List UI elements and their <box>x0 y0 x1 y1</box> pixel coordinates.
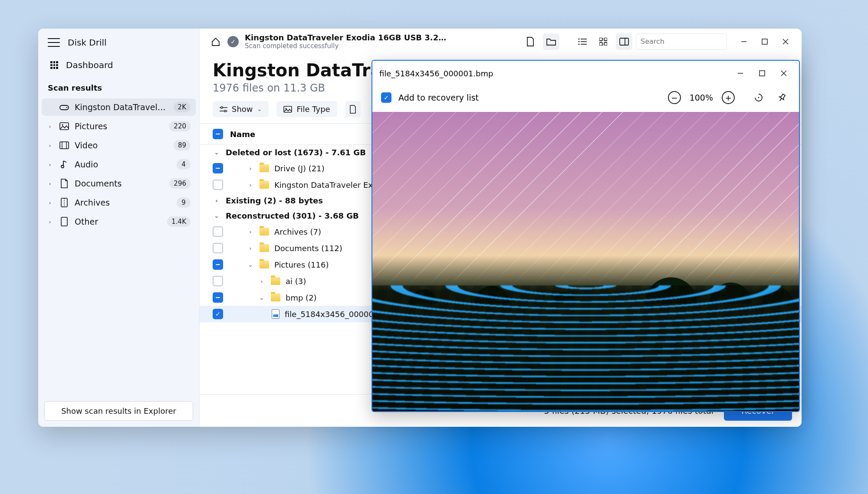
sidebar-item-documents[interactable]: › Documents 296 <box>42 175 196 192</box>
preview-image[interactable] <box>372 112 799 411</box>
zoom-level: 100% <box>690 93 713 102</box>
preview-close-button[interactable] <box>776 65 792 82</box>
chevron-down-icon[interactable]: ⌄ <box>213 149 220 156</box>
picture-icon <box>59 122 69 130</box>
sidebar-item-pictures[interactable]: › Pictures 220 <box>42 118 196 135</box>
video-icon <box>59 141 69 149</box>
search-box[interactable] <box>636 33 727 50</box>
row-label: Kingston DataTraveler Ex <box>274 180 373 190</box>
sidebar-item-video[interactable]: › Video 89 <box>42 137 196 154</box>
other-icon <box>59 217 69 226</box>
maximize-button[interactable] <box>756 33 773 50</box>
recover-single-button[interactable] <box>750 89 767 106</box>
chevron-right-icon[interactable]: › <box>247 229 254 235</box>
preview-maximize-button[interactable] <box>754 65 770 82</box>
row-checkbox[interactable] <box>213 292 223 303</box>
chevron-right-icon[interactable]: › <box>46 219 54 225</box>
menu-icon[interactable] <box>48 38 60 47</box>
sidebar-item-dashboard[interactable]: Dashboard <box>38 55 199 75</box>
files-view-button[interactable] <box>522 33 539 50</box>
folder-icon <box>271 277 280 285</box>
sidebar-item-label: Archives <box>75 198 171 207</box>
drive-icon <box>59 104 69 111</box>
minimize-button[interactable] <box>736 33 752 50</box>
home-button[interactable] <box>207 33 224 50</box>
row-label: Documents (112) <box>274 244 342 253</box>
svg-point-1 <box>66 107 68 108</box>
count-badge: 2K <box>174 102 191 112</box>
filter-show-button[interactable]: Show ⌄ <box>213 101 269 117</box>
svg-rect-19 <box>599 43 602 46</box>
row-checkbox[interactable] <box>213 276 223 286</box>
zoom-in-button[interactable]: + <box>722 91 735 104</box>
svg-point-39 <box>758 97 760 98</box>
chevron-right-icon[interactable]: › <box>46 161 54 168</box>
chevron-right-icon[interactable]: › <box>247 245 254 252</box>
show-in-explorer-button[interactable]: Show scan results in Explorer <box>44 401 193 421</box>
sidebar-item-drive[interactable]: Kingston DataTraveler Ex... 2K <box>42 98 196 116</box>
row-checkbox[interactable] <box>213 163 223 173</box>
grid-view-button[interactable] <box>595 33 612 50</box>
svg-point-32 <box>224 110 226 112</box>
chevron-right-icon[interactable]: › <box>46 180 54 187</box>
group-label: Reconstructed (301) - 3.68 GB <box>226 211 359 220</box>
row-label: Drive (J) (21) <box>274 164 325 173</box>
filter-filetype-button[interactable]: File Type <box>276 101 337 117</box>
row-checkbox[interactable] <box>213 259 223 270</box>
sidebar-item-other[interactable]: › Other 1.4K <box>42 213 196 230</box>
chevron-down-icon[interactable]: ⌄ <box>247 262 254 268</box>
svg-point-15 <box>579 43 580 45</box>
bmp-file-icon <box>272 309 279 319</box>
audio-icon <box>59 160 69 169</box>
svg-rect-17 <box>599 38 602 41</box>
group-label: Deleted or lost (1673) - 7.61 GB <box>226 148 366 157</box>
chevron-right-icon[interactable]: › <box>46 142 54 149</box>
count-badge: 4 <box>177 159 191 170</box>
list-view-button[interactable] <box>574 33 591 50</box>
filter-file-button[interactable] <box>345 101 361 117</box>
scan-title-block: Kingston DataTraveler Exodia 16GB USB 3.… <box>245 33 449 50</box>
row-checkbox[interactable]: ✓ <box>213 309 223 319</box>
sidebar: Disk Drill Dashboard Scan results Kingst… <box>38 29 200 427</box>
chevron-down-icon[interactable]: ⌄ <box>258 294 266 301</box>
svg-point-3 <box>62 124 63 125</box>
filter-filetype-label: File Type <box>296 105 330 114</box>
sidebar-item-audio[interactable]: › Audio 4 <box>42 156 196 173</box>
chevron-right-icon[interactable]: › <box>247 182 254 188</box>
row-checkbox[interactable] <box>213 180 223 190</box>
close-button[interactable] <box>777 33 794 50</box>
chevron-right-icon[interactable]: › <box>258 278 266 285</box>
preview-filename: file_5184x3456_000001.bmp <box>379 69 493 78</box>
count-badge: 220 <box>169 121 191 131</box>
column-header-name[interactable]: Name <box>230 130 255 139</box>
folder-icon <box>260 244 269 252</box>
row-checkbox[interactable] <box>213 243 223 253</box>
chevron-down-icon[interactable]: ⌄ <box>213 213 220 219</box>
row-label: Pictures (116) <box>274 260 329 269</box>
search-input[interactable] <box>641 37 727 46</box>
pin-button[interactable] <box>774 89 790 106</box>
chevron-right-icon[interactable]: › <box>46 200 54 206</box>
sidebar-footer: Show scan results in Explorer <box>38 395 199 427</box>
svg-rect-20 <box>604 43 607 46</box>
preview-minimize-button[interactable] <box>732 65 749 82</box>
folders-view-button[interactable] <box>543 33 559 50</box>
count-badge: 296 <box>169 178 191 189</box>
chevron-right-icon[interactable]: › <box>247 165 254 172</box>
count-badge: 9 <box>177 197 191 208</box>
zoom-out-button[interactable]: − <box>668 91 681 104</box>
select-all-checkbox[interactable] <box>213 129 223 139</box>
sidebar-item-label: Other <box>75 217 162 226</box>
preview-panel-button[interactable] <box>616 33 632 50</box>
file-icon <box>349 105 356 114</box>
sidebar-item-label: Documents <box>75 179 164 188</box>
svg-point-30 <box>221 107 223 108</box>
add-to-recovery-checkbox[interactable]: ✓ <box>381 92 391 103</box>
sidebar-item-archives[interactable]: › Archives 9 <box>42 194 196 211</box>
chevron-right-icon[interactable]: › <box>213 197 220 204</box>
scan-subtitle: Scan completed successfully <box>245 42 449 50</box>
chevron-right-icon[interactable]: › <box>46 123 54 130</box>
svg-line-40 <box>780 98 782 101</box>
document-icon <box>59 179 69 188</box>
row-checkbox[interactable] <box>213 226 223 237</box>
